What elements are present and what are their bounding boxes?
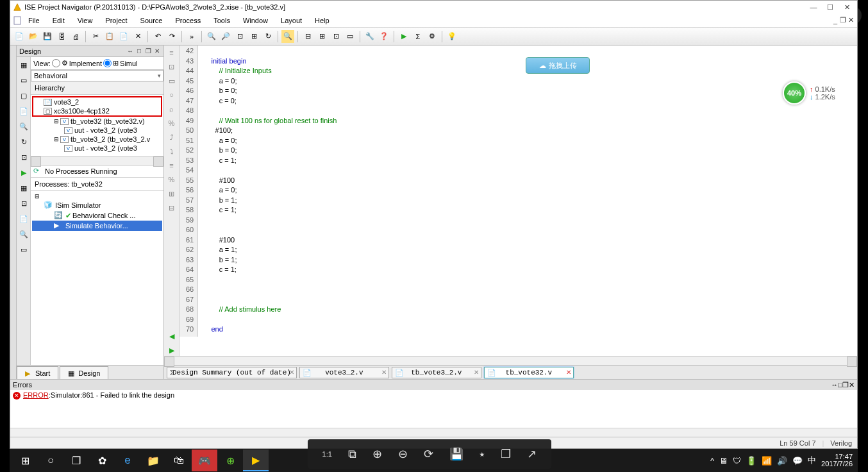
behavioral-combo[interactable]: Behavioral: [31, 70, 163, 81]
window-close-button[interactable]: ✕: [843, 3, 851, 11]
panel-close-icon[interactable]: ✕: [153, 47, 161, 55]
save-button[interactable]: 💾: [41, 30, 54, 43]
proc-side-2[interactable]: ⊡: [17, 197, 30, 210]
mdi-minimize[interactable]: _: [831, 17, 839, 24]
editor-h-scroll[interactable]: [164, 356, 857, 365]
gutter-btn-3[interactable]: ▭: [166, 75, 178, 87]
proc-side-1[interactable]: ▦: [17, 181, 30, 194]
side-btn-7[interactable]: ⊡: [17, 151, 30, 164]
menu-tools[interactable]: Tools: [207, 15, 237, 26]
zoom-ratio[interactable]: 1:1: [322, 450, 332, 458]
error-link[interactable]: ERROR: [23, 391, 49, 399]
menu-file[interactable]: File: [22, 15, 46, 26]
maximize-button[interactable]: ☐: [826, 3, 834, 11]
paste-button[interactable]: 📄: [117, 30, 130, 43]
save-icon[interactable]: 💾: [449, 447, 463, 461]
tray-battery-icon[interactable]: 🔋: [746, 456, 756, 466]
more-button[interactable]: »: [185, 30, 198, 43]
zoom-in-icon[interactable]: ⊕: [372, 447, 382, 461]
sim-radio[interactable]: [103, 59, 112, 67]
app-3[interactable]: ⊕: [217, 450, 243, 471]
menu-edit[interactable]: Edit: [46, 15, 71, 26]
zoom-out-button[interactable]: 🔎: [219, 30, 232, 43]
delete-button[interactable]: ✕: [131, 30, 144, 43]
process-tree[interactable]: ⊟🧊ISim Simulator🔄✔Behavioral Check ...▶S…: [31, 191, 163, 365]
impl-radio[interactable]: [52, 59, 60, 67]
tree-node[interactable]: ⊟Vtb_vote3_2 (tb_vote3_2.v: [32, 135, 162, 144]
gutter-btn-11[interactable]: ⊞: [166, 188, 178, 199]
errors-max-icon[interactable]: □: [838, 381, 842, 389]
menu-layout[interactable]: Layout: [274, 15, 308, 26]
tree-node[interactable]: 📄vote3_2: [33, 97, 161, 106]
cortana-button[interactable]: ○: [38, 450, 63, 471]
side-btn-1[interactable]: ▦: [17, 58, 30, 71]
gutter-btn-8[interactable]: ⤵: [166, 146, 178, 157]
store-icon[interactable]: 🛍: [166, 450, 192, 471]
gutter-btn-5[interactable]: ⌕: [166, 103, 178, 115]
crop-icon[interactable]: ⧉: [348, 448, 356, 461]
code-lines[interactable]: initial begin // Initialize Inputs a = 0…: [198, 46, 337, 337]
app-2[interactable]: 🎮: [192, 450, 217, 471]
toggle1-button[interactable]: ⊟: [301, 30, 314, 43]
editor-tab[interactable]: 📄tb_vote3_2.v✕: [392, 367, 481, 378]
sigma-button[interactable]: Σ: [412, 30, 424, 43]
tray-monitor-icon[interactable]: 🖥: [719, 456, 728, 466]
tree-node[interactable]: ▢xc3s100e-4cp132: [33, 106, 161, 115]
bookmark-icon[interactable]: ⭑: [480, 448, 485, 461]
print-button[interactable]: 🖨: [69, 30, 82, 43]
new-button[interactable]: 📄: [13, 30, 26, 43]
zoom-sel-button[interactable]: ⊞: [247, 30, 260, 43]
process-node[interactable]: ▶Simulate Behavior...: [32, 221, 162, 231]
rotate-icon[interactable]: ⟳: [424, 447, 433, 461]
impl-button[interactable]: ⚙: [426, 30, 438, 43]
redo-button[interactable]: ↷: [165, 30, 178, 43]
tab-design[interactable]: ▦ Design: [60, 366, 108, 379]
refresh-button[interactable]: ↻: [262, 30, 274, 43]
errors-close-icon[interactable]: ✕: [849, 381, 855, 389]
gutter-btn-10[interactable]: %: [166, 174, 178, 185]
saveall-button[interactable]: 🗄: [55, 30, 68, 43]
menu-window[interactable]: Window: [237, 15, 274, 26]
copy-icon[interactable]: ❐: [501, 447, 511, 461]
panel-restore-icon[interactable]: ❐: [144, 47, 152, 55]
gutter-btn-6[interactable]: %: [166, 117, 178, 129]
gutter-btn-1[interactable]: ≡: [166, 47, 178, 58]
proc-side-3[interactable]: 📄: [17, 212, 30, 225]
menu-view[interactable]: View: [71, 15, 99, 26]
run-button[interactable]: ▶: [397, 30, 410, 43]
gutter-btn-7[interactable]: ⤴: [166, 131, 178, 143]
side-btn-2[interactable]: ▭: [17, 74, 30, 87]
upload-badge[interactable]: ☁ 拖拽上传: [526, 57, 590, 74]
tray-shield-icon[interactable]: 🛡: [733, 456, 741, 466]
side-btn-5[interactable]: 🔍: [17, 120, 30, 133]
process-node[interactable]: 🧊ISim Simulator: [32, 200, 162, 210]
mdi-restore[interactable]: ❐: [839, 17, 847, 24]
side-btn-6[interactable]: ↻: [17, 135, 30, 148]
copy-button[interactable]: 📋: [103, 30, 116, 43]
proc-side-5[interactable]: ▭: [17, 243, 30, 256]
process-node[interactable]: 🔄✔Behavioral Check ...: [32, 210, 162, 221]
start-button[interactable]: ⊞: [12, 450, 38, 471]
tray-wifi-icon[interactable]: 📶: [762, 456, 772, 466]
cut-button[interactable]: ✂: [89, 30, 102, 43]
gutter-btn-4[interactable]: ○: [166, 89, 178, 101]
panel-max-icon[interactable]: □: [135, 47, 143, 55]
menu-project[interactable]: Project: [99, 15, 133, 26]
errors-float-icon[interactable]: ↔: [831, 381, 838, 389]
menu-process[interactable]: Process: [169, 15, 207, 26]
hierarchy-tree[interactable]: 📄vote3_2▢xc3s100e-4cp132⊟Vtb_vote32 (tb_…: [31, 95, 163, 154]
tree-scrollbar[interactable]: [31, 156, 163, 165]
zoom-out-icon[interactable]: ⊖: [398, 447, 408, 461]
app-1[interactable]: ✿: [89, 450, 115, 471]
open-button[interactable]: 📂: [27, 30, 40, 43]
help-button[interactable]: ❓: [378, 30, 390, 43]
mdi-close[interactable]: ✕: [847, 17, 855, 24]
gutter-btn-12[interactable]: ⊟: [166, 202, 178, 214]
editor-tab[interactable]: 📄tb_vote32.v✕: [484, 367, 574, 378]
side-btn-3[interactable]: ▢: [17, 89, 30, 102]
lightbulb-icon[interactable]: 💡: [446, 30, 458, 43]
zoom-fit-button[interactable]: ⊡: [233, 30, 246, 43]
editor-tab[interactable]: 📄vote3_2.v✕: [299, 367, 389, 378]
code-scroll[interactable]: 4243444546474849505152535455565758596061…: [179, 46, 857, 356]
explorer-icon[interactable]: 📁: [140, 450, 166, 471]
